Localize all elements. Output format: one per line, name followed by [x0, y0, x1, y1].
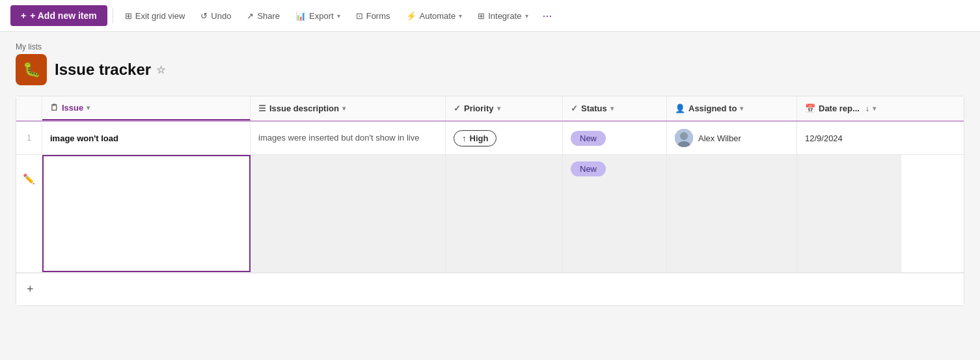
- new-row-edit-col: ✏️: [16, 155, 42, 272]
- exit-grid-label: Exit grid view: [135, 11, 185, 21]
- integrate-chevron-icon: ▾: [525, 12, 528, 20]
- automate-label: Automate: [420, 11, 456, 21]
- header-description[interactable]: ☰ Issue description ▾: [251, 96, 446, 120]
- share-label: Share: [257, 11, 280, 21]
- favorite-star-icon[interactable]: ☆: [156, 64, 165, 76]
- edit-pencil-icon[interactable]: ✏️: [23, 163, 35, 185]
- bug-icon: 🐛: [23, 61, 40, 78]
- more-options-button[interactable]: ···: [538, 7, 558, 25]
- header-row-num: [16, 96, 42, 120]
- share-button[interactable]: ↗ Share: [240, 7, 286, 25]
- automate-icon: ⚡: [406, 11, 416, 21]
- new-row-assigned-cell[interactable]: [667, 155, 797, 272]
- header-priority[interactable]: ✓ Priority ▾: [446, 96, 563, 120]
- row-1-status[interactable]: New: [563, 122, 667, 154]
- breadcrumb: My lists: [16, 42, 964, 51]
- assigned-cell: Alex Wilber: [675, 129, 741, 147]
- page-title-area: Issue tracker ☆: [55, 61, 165, 79]
- header-assigned[interactable]: 👤 Assigned to ▾: [667, 96, 797, 120]
- page-content: My lists 🐛 Issue tracker ☆ 🗒 Issue ▾ ☰ I…: [0, 32, 980, 358]
- row-1-number: 1: [27, 133, 31, 143]
- plus-icon: +: [21, 10, 26, 21]
- description-col-icon: ☰: [258, 104, 266, 113]
- page-icon: 🐛: [16, 54, 47, 85]
- issue-col-label: Issue: [62, 103, 83, 113]
- export-chevron-icon: ▾: [337, 12, 340, 20]
- priority-text: High: [470, 133, 489, 143]
- row-1-date-text: 12/9/2024: [805, 133, 843, 143]
- avatar: [675, 129, 693, 147]
- breadcrumb-text: My lists: [16, 42, 42, 51]
- forms-button[interactable]: ⊡ Forms: [349, 7, 397, 25]
- forms-label: Forms: [366, 11, 390, 21]
- grid-container: 🗒 Issue ▾ ☰ Issue description ▾ ✓ Priori…: [16, 96, 964, 306]
- new-row-priority-cell[interactable]: [446, 155, 563, 272]
- plus-row-icon: +: [27, 283, 34, 296]
- grid-icon: ⊞: [125, 11, 132, 21]
- priority-col-chevron: ▾: [497, 105, 500, 112]
- export-button[interactable]: 📊 Export ▾: [289, 7, 347, 25]
- page-header: 🐛 Issue tracker ☆: [16, 54, 964, 85]
- row-1-description[interactable]: images were inserted but don't show in l…: [251, 122, 446, 154]
- integrate-label: Integrate: [488, 11, 521, 21]
- new-row-issue-cell[interactable]: [42, 155, 251, 272]
- row-1-priority[interactable]: ↑ High: [446, 122, 563, 154]
- date-col-chevron: ▾: [873, 105, 876, 112]
- priority-badge-high: ↑ High: [454, 130, 497, 146]
- new-row-date-cell[interactable]: [797, 155, 901, 272]
- add-new-label: + Add new item: [30, 10, 97, 21]
- status-badge-new: New: [571, 131, 606, 146]
- row-1-issue-text: image won't load: [50, 133, 118, 143]
- table-row: 1 image won't load images were inserted …: [16, 122, 964, 155]
- integrate-icon: ⊞: [478, 11, 485, 21]
- svg-point-1: [680, 132, 688, 140]
- priority-col-icon: ✓: [454, 104, 461, 113]
- row-1-description-text: images were inserted but don't show in l…: [258, 132, 419, 144]
- row-1-num: 1: [16, 122, 42, 154]
- add-row-row: +: [16, 273, 964, 305]
- new-row-status-cell[interactable]: New: [563, 155, 667, 272]
- page-title: Issue tracker ☆: [55, 61, 165, 79]
- new-row-description-cell[interactable]: [251, 155, 446, 272]
- page-title-text: Issue tracker: [55, 61, 151, 79]
- automate-chevron-icon: ▾: [459, 12, 462, 20]
- more-icon: ···: [543, 9, 552, 22]
- integrate-button[interactable]: ⊞ Integrate ▾: [471, 7, 534, 25]
- assigned-col-icon: 👤: [675, 104, 685, 113]
- row-1-assigned[interactable]: Alex Wilber: [667, 122, 797, 154]
- date-col-label: Date rep...: [819, 104, 860, 113]
- undo-label: Undo: [211, 11, 231, 21]
- description-col-label: Issue description: [269, 104, 339, 113]
- header-status[interactable]: ✓ Status ▾: [563, 96, 667, 120]
- avatar-image: [675, 129, 693, 147]
- add-row-button[interactable]: +: [21, 277, 39, 301]
- undo-icon: ↺: [200, 11, 208, 21]
- status-col-label: Status: [581, 104, 607, 113]
- issue-col-icon: 🗒: [50, 103, 59, 113]
- forms-icon: ⊡: [356, 11, 363, 21]
- exit-grid-button[interactable]: ⊞ Exit grid view: [118, 7, 192, 25]
- issue-col-chevron: ▾: [87, 104, 90, 111]
- grid-header: 🗒 Issue ▾ ☰ Issue description ▾ ✓ Priori…: [16, 96, 964, 122]
- new-row-status-badge: New: [571, 161, 606, 176]
- status-col-chevron: ▾: [610, 105, 614, 112]
- date-col-icon: 📅: [805, 104, 815, 113]
- row-1-issue[interactable]: image won't load: [42, 122, 251, 154]
- date-sort-icon: ↓: [865, 104, 869, 113]
- header-issue[interactable]: 🗒 Issue ▾: [42, 96, 251, 120]
- row-1-date[interactable]: 12/9/2024: [797, 122, 901, 154]
- new-row-status-text: New: [580, 164, 597, 174]
- undo-button[interactable]: ↺ Undo: [194, 7, 238, 25]
- export-label: Export: [309, 11, 334, 21]
- share-icon: ↗: [247, 11, 254, 21]
- new-issue-input[interactable]: [44, 156, 249, 271]
- assigned-col-label: Assigned to: [688, 104, 737, 113]
- automate-button[interactable]: ⚡ Automate ▾: [400, 7, 469, 25]
- description-col-chevron: ▾: [342, 105, 346, 112]
- header-date[interactable]: 📅 Date rep... ↓ ▾: [797, 96, 901, 120]
- priority-col-label: Priority: [464, 104, 494, 113]
- toolbar: + + Add new item ⊞ Exit grid view ↺ Undo…: [0, 0, 980, 32]
- export-icon: 📊: [295, 11, 306, 21]
- status-text: New: [580, 133, 597, 143]
- add-new-button[interactable]: + + Add new item: [10, 5, 107, 26]
